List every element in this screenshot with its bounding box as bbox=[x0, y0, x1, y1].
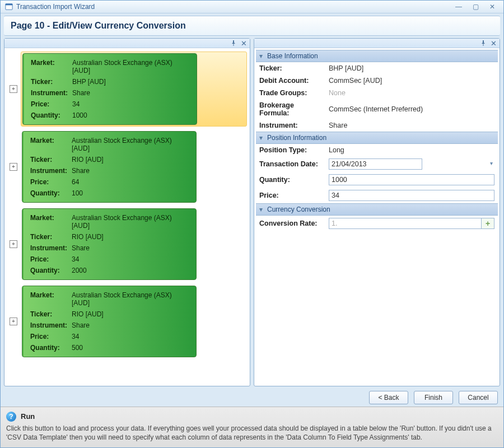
row-position-type: Position Type: Long bbox=[256, 144, 498, 156]
app-icon bbox=[5, 3, 13, 11]
conversion-rate-input[interactable] bbox=[329, 218, 482, 229]
pin-icon[interactable] bbox=[230, 39, 237, 47]
card-ticker-label: Ticker: bbox=[29, 76, 70, 87]
row-brokerage-formula: Brokerage Formula: CommSec (Internet Pre… bbox=[256, 99, 498, 119]
card-instrument-value: Share bbox=[70, 87, 191, 99]
record-card[interactable]: Market:Australian Stock Exchange (ASX) [… bbox=[22, 208, 197, 280]
ticker-value: BHP [AUD] bbox=[329, 64, 494, 72]
maximize-button[interactable]: ▢ bbox=[469, 3, 482, 11]
card-price-label: Price: bbox=[29, 99, 70, 110]
titlebar: Transaction Import Wizard — ▢ ✕ bbox=[1, 1, 503, 13]
card-market-value: Australian Stock Exchange (ASX) [AUD] bbox=[69, 212, 190, 231]
section-position-header[interactable]: ▾ Position Information bbox=[256, 132, 498, 144]
card-quantity-label: Quantity: bbox=[28, 265, 69, 276]
price-input[interactable] bbox=[329, 190, 494, 201]
section-base-label: Base Information bbox=[267, 52, 318, 60]
svg-rect-1 bbox=[6, 4, 12, 6]
card-instrument-value: Share bbox=[69, 242, 190, 254]
help-panel: ? Run Click this button to load and proc… bbox=[1, 407, 503, 447]
close-pane-icon[interactable]: ✕ bbox=[240, 39, 248, 47]
record-row[interactable]: +Market:Australian Stock Exchange (ASX) … bbox=[10, 207, 247, 281]
record-background: Market:Australian Stock Exchange (ASX) [… bbox=[21, 284, 247, 358]
records-pinbar: ✕ bbox=[4, 39, 250, 48]
chevron-down-icon: ▾ bbox=[259, 52, 265, 60]
position-type-value: Long bbox=[329, 146, 494, 154]
pin-icon[interactable] bbox=[479, 39, 487, 47]
card-market-value: Australian Stock Exchange (ASX) [AUD] bbox=[70, 57, 191, 76]
brokerage-formula-value: CommSec (Internet Preferred) bbox=[329, 105, 494, 113]
card-market-label: Market: bbox=[28, 212, 69, 231]
card-ticker-value: RIO [AUD] bbox=[69, 154, 190, 165]
trade-groups-label: Trade Groups: bbox=[259, 89, 325, 97]
card-quantity-value: 2000 bbox=[69, 265, 190, 276]
transaction-date-input[interactable] bbox=[329, 158, 422, 170]
record-card[interactable]: Market:Australian Stock Exchange (ASX) [… bbox=[22, 286, 197, 357]
section-currency-header[interactable]: ▾ Currency Conversion bbox=[256, 203, 498, 216]
records-body: +Market:Australian Stock Exchange (ASX) … bbox=[4, 48, 250, 386]
expand-icon[interactable]: + bbox=[10, 318, 17, 325]
add-conversion-icon[interactable]: + bbox=[482, 218, 494, 229]
card-price-label: Price: bbox=[28, 254, 69, 265]
section-currency-label: Currency Conversion bbox=[267, 206, 330, 213]
card-quantity-label: Quantity: bbox=[29, 110, 70, 121]
record-row[interactable]: +Market:Australian Stock Exchange (ASX) … bbox=[10, 130, 247, 204]
quantity-input[interactable] bbox=[329, 174, 494, 185]
record-background: Market:Australian Stock Exchange (ASX) [… bbox=[21, 130, 247, 204]
card-quantity-value: 1000 bbox=[70, 110, 191, 121]
card-instrument-label: Instrument: bbox=[28, 242, 69, 254]
card-price-value: 34 bbox=[70, 99, 191, 110]
row-instrument: Instrument: Share bbox=[256, 119, 498, 132]
record-card[interactable]: Market:Australian Stock Exchange (ASX) [… bbox=[22, 131, 197, 203]
card-quantity-value: 100 bbox=[69, 188, 190, 199]
details-body: ▾ Base Information Ticker: BHP [AUD] Deb… bbox=[254, 48, 500, 386]
expand-icon[interactable]: + bbox=[10, 85, 17, 93]
card-market-value: Australian Stock Exchange (ASX) [AUD] bbox=[69, 135, 190, 154]
row-price: Price: bbox=[256, 188, 498, 203]
back-button[interactable]: < Back bbox=[369, 391, 408, 404]
card-ticker-label: Ticker: bbox=[28, 309, 69, 320]
card-instrument-label: Instrument: bbox=[28, 320, 69, 331]
record-background: Market:Australian Stock Exchange (ASX) [… bbox=[21, 207, 247, 281]
debit-account-value: CommSec [AUD] bbox=[329, 77, 494, 85]
card-quantity-value: 500 bbox=[69, 342, 190, 353]
brokerage-formula-label: Brokerage Formula: bbox=[259, 101, 325, 117]
card-market-label: Market: bbox=[28, 290, 69, 309]
close-window-button[interactable]: ✕ bbox=[486, 3, 499, 11]
expand-icon[interactable]: + bbox=[10, 240, 17, 248]
date-dropdown-icon[interactable]: ▾ bbox=[490, 160, 493, 166]
expand-icon[interactable]: + bbox=[10, 163, 17, 171]
details-pinbar: ✕ bbox=[254, 39, 500, 48]
card-market-label: Market: bbox=[28, 135, 69, 154]
price-label: Price: bbox=[259, 192, 325, 199]
card-quantity-label: Quantity: bbox=[28, 342, 69, 353]
record-row[interactable]: +Market:Australian Stock Exchange (ASX) … bbox=[10, 52, 247, 127]
record-background: Market:Australian Stock Exchange (ASX) [… bbox=[21, 52, 247, 127]
instrument-label: Instrument: bbox=[259, 122, 325, 129]
section-base-header[interactable]: ▾ Base Information bbox=[256, 50, 498, 62]
conversion-rate-label: Conversion Rate: bbox=[259, 220, 325, 227]
card-ticker-value: RIO [AUD] bbox=[69, 231, 190, 242]
record-card[interactable]: Market:Australian Stock Exchange (ASX) [… bbox=[22, 53, 197, 125]
help-icon: ? bbox=[6, 412, 16, 422]
minimize-button[interactable]: — bbox=[452, 3, 465, 11]
row-conversion-rate: Conversion Rate: + bbox=[256, 216, 498, 231]
card-instrument-label: Instrument: bbox=[29, 87, 70, 99]
card-ticker-value: BHP [AUD] bbox=[70, 76, 191, 87]
row-quantity: Quantity: bbox=[256, 172, 498, 188]
ticker-label: Ticker: bbox=[259, 64, 325, 72]
card-price-value: 34 bbox=[69, 254, 190, 265]
instrument-value: Share bbox=[329, 122, 494, 129]
row-trade-groups: Trade Groups: None bbox=[256, 87, 498, 99]
page-heading: Page 10 - Edit/View Currency Conversion bbox=[4, 16, 500, 36]
finish-button[interactable]: Finish bbox=[414, 391, 453, 404]
record-row[interactable]: +Market:Australian Stock Exchange (ASX) … bbox=[10, 284, 247, 358]
trade-groups-value: None bbox=[329, 89, 494, 97]
details-panel: ✕ ▾ Base Information Ticker: BHP [AUD] D… bbox=[254, 38, 500, 386]
records-panel: ✕ +Market:Australian Stock Exchange (ASX… bbox=[4, 38, 250, 386]
card-ticker-label: Ticker: bbox=[28, 231, 69, 242]
cancel-button[interactable]: Cancel bbox=[459, 391, 498, 404]
window-title: Transaction Import Wizard bbox=[16, 3, 95, 11]
wizard-button-bar: < Back Finish Cancel bbox=[6, 391, 498, 404]
section-position-label: Position Information bbox=[267, 134, 326, 142]
close-pane-icon[interactable]: ✕ bbox=[489, 39, 497, 47]
